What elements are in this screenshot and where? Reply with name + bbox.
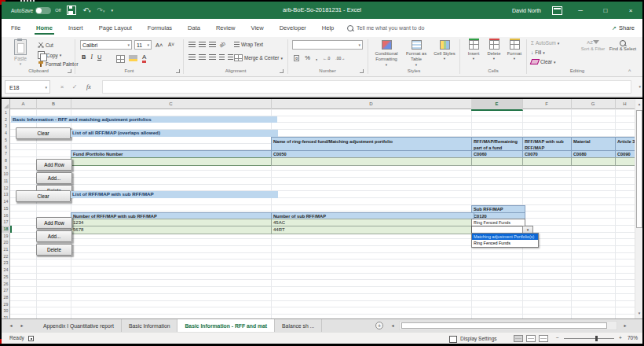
wrap-text-button[interactable]: Wrap Text (234, 42, 263, 47)
horizontal-scrollbar[interactable] (399, 321, 617, 330)
scroll-down-icon[interactable]: ▾ (635, 308, 643, 318)
section2-clear-button[interactable]: Clear (16, 190, 71, 202)
row-header-20[interactable]: 20 (2, 239, 10, 246)
sheet-tab-0[interactable]: Appendix I Quantitative report (36, 319, 122, 333)
zoom-level[interactable]: 70% (628, 335, 638, 340)
shrink-font-button[interactable]: A˅ (168, 42, 174, 47)
section1-clear-button[interactable]: Clear (16, 127, 71, 139)
maximize-button[interactable]: □ (598, 7, 613, 14)
percent-style-icon[interactable]: % (305, 54, 310, 61)
zoom-slider[interactable] (564, 338, 614, 339)
row-header-18[interactable]: 18 (2, 226, 12, 233)
vertical-align-buttons[interactable]: ab (188, 42, 225, 47)
collapse-ribbon-icon[interactable]: ^ (628, 68, 631, 74)
column-header-h[interactable]: H (615, 99, 635, 109)
row-header-7[interactable]: 7 (2, 150, 10, 157)
sheet-tab-3[interactable]: Balance sh ... (275, 319, 322, 333)
section1-entry-cell[interactable] (615, 157, 635, 166)
row-header-8[interactable]: 8 (2, 157, 10, 164)
column-header-b[interactable]: B (36, 99, 71, 109)
name-box[interactable]: E18 ▾ (5, 80, 50, 94)
row-header-11[interactable]: 11 (2, 178, 10, 185)
row-header-27[interactable]: 27 (2, 287, 10, 294)
decrease-decimal-icon[interactable]: .00→ (335, 56, 345, 61)
row-header-22[interactable]: 22 (2, 253, 10, 260)
row-header-26[interactable]: 26 (2, 281, 10, 288)
row-header-5[interactable]: 5 (2, 137, 10, 144)
formula-bar-expand-icon[interactable]: ▾ (639, 80, 641, 94)
row-header-17[interactable]: 17 (2, 219, 10, 226)
display-settings-button[interactable]: Display Settings (449, 335, 497, 342)
copy-button[interactable]: Copy ▾ (38, 51, 61, 59)
fill-button[interactable]: ↓ Fill ▾ (531, 50, 545, 55)
section2-delete-button[interactable]: Delete (36, 244, 72, 256)
alignment-dialog-launcher-icon[interactable] (280, 69, 284, 73)
hscroll-right-icon[interactable]: ▸ (620, 319, 630, 333)
select-all-corner[interactable] (2, 99, 10, 109)
column-header-g[interactable]: G (571, 99, 616, 109)
autosum-button[interactable]: Σ AutoSum ▾ (531, 40, 559, 46)
vertical-scrollbar[interactable]: ▴ ▾ (635, 99, 642, 318)
italic-button[interactable]: I (90, 53, 93, 61)
horizontal-align-buttons[interactable] (188, 54, 233, 60)
font-size-select[interactable]: 11 ▾ (134, 40, 152, 50)
ribbon-tab-data[interactable]: Data (186, 23, 202, 34)
zoom-out-button[interactable]: − (556, 335, 559, 340)
find-select-button[interactable]: Find & Select (608, 40, 638, 52)
column-header-e[interactable]: E (471, 99, 523, 111)
section2-add-button[interactable]: Add... (36, 230, 72, 242)
ribbon-display-options-icon[interactable] (552, 6, 562, 15)
row-header-28[interactable]: 28 (2, 294, 10, 301)
sheet-nav-left-icon[interactable]: ◂ (6, 319, 16, 333)
zoom-slider-thumb[interactable] (595, 336, 598, 341)
sort-filter-button[interactable]: AZ Sort & Filter (580, 40, 606, 52)
hscroll-left-icon[interactable]: ◂ (388, 319, 397, 333)
formula-enter-icon[interactable]: ✓ (69, 80, 80, 94)
column-header-c[interactable]: C (71, 99, 272, 109)
section1-entry-cell[interactable] (571, 157, 618, 166)
formula-input[interactable] (102, 80, 631, 94)
section1-entry-cell[interactable] (471, 157, 525, 166)
row-header-19[interactable]: 19 (2, 233, 10, 240)
orientation-icon[interactable]: ab (218, 40, 226, 48)
row-header-21[interactable]: 21 (2, 246, 10, 253)
horizontal-scroll-thumb[interactable] (401, 322, 607, 329)
ribbon-tab-formulas[interactable]: Formulas (146, 23, 174, 34)
underline-button[interactable]: U (97, 53, 101, 61)
page-break-view-icon[interactable] (539, 335, 548, 342)
share-button[interactable]: ↗ Share (612, 22, 635, 34)
section2-row2-sub[interactable]: 44RT (271, 226, 474, 234)
tell-me-search[interactable]: Tell me what you want to do (347, 22, 424, 34)
grow-font-button[interactable]: A˄ (156, 42, 163, 49)
row-header-12[interactable]: 12 (2, 185, 10, 192)
ribbon-tab-view[interactable]: View (250, 23, 265, 34)
scroll-up-icon[interactable]: ▴ (635, 99, 643, 109)
normal-view-icon[interactable] (514, 335, 523, 342)
column-header-d[interactable]: D (271, 99, 472, 109)
cut-button[interactable]: Cut (38, 42, 53, 48)
new-sheet-button[interactable]: + (375, 322, 383, 329)
format-painter-button[interactable]: Format Painter (38, 61, 79, 67)
close-button[interactable]: × (624, 7, 638, 14)
comma-style-icon[interactable]: , (316, 54, 317, 61)
formula-cancel-icon[interactable]: × (57, 80, 68, 94)
font-dialog-launcher-icon[interactable] (176, 69, 180, 73)
insert-cells-button[interactable]: Insert ▾ (463, 40, 484, 61)
ribbon-tab-developer[interactable]: Developer (278, 23, 308, 34)
section2-add-row-button[interactable]: Add Row (36, 217, 72, 229)
dropdown-option-0[interactable]: Matching adjustment Portfolio(s) (472, 234, 538, 241)
row-header-24[interactable]: 24 (2, 267, 10, 274)
number-format-select[interactable]: ▾ (292, 40, 363, 50)
column-header-a[interactable]: A (10, 99, 37, 109)
section2-title-cell[interactable]: List of RFF/MAP with sub RFF/MAP (71, 191, 278, 198)
accounting-format-icon[interactable]: ¤ (294, 55, 299, 61)
row-header-1[interactable]: 1 (2, 109, 10, 116)
ribbon-tab-home[interactable]: Home (35, 23, 54, 34)
account-name[interactable]: David North (512, 8, 541, 13)
insert-function-icon[interactable]: fx (83, 80, 94, 94)
row-header-29[interactable]: 29 (2, 301, 10, 308)
page-layout-view-icon[interactable] (526, 335, 536, 342)
row-header-14[interactable]: 14 (2, 198, 10, 205)
paste-button[interactable]: Paste ▾ (8, 39, 33, 66)
ribbon-tab-insert[interactable]: Insert (67, 23, 85, 34)
